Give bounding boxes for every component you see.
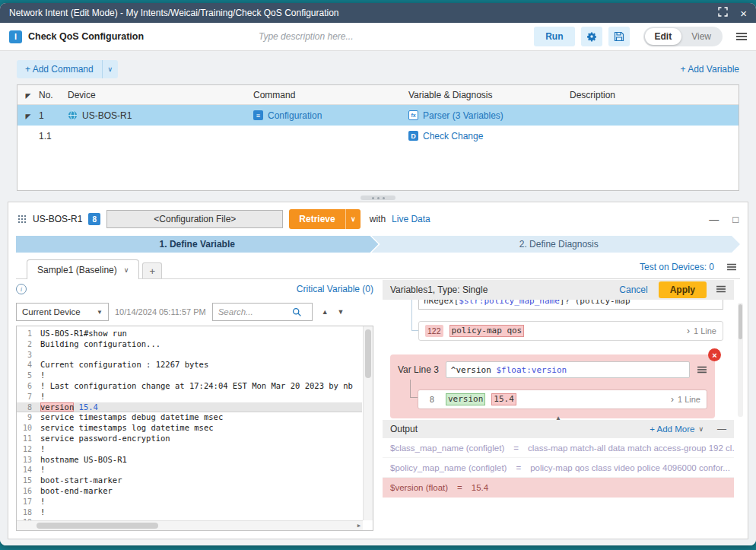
var-line2-pattern-input[interactable]: nRegex[$str:policy_map_name]? (policy-ma…	[418, 300, 723, 310]
collapse-row-icon[interactable]: ◤	[26, 113, 31, 120]
test-on-devices-link[interactable]: Test on Devices: 0	[640, 262, 714, 272]
code-line[interactable]: 6! Last configuration change at 17:24:04…	[17, 381, 362, 392]
line-number: 11	[17, 434, 37, 444]
code-line[interactable]: 12!	[17, 444, 362, 455]
output-variable-name: $policy_map_name (configlet)	[390, 463, 507, 472]
code-line[interactable]: 14!	[17, 465, 362, 475]
configuration-file-box[interactable]: <Configuration File>	[106, 210, 283, 228]
live-data-link[interactable]: Live Data	[392, 214, 430, 224]
add-sample-tab[interactable]: +	[142, 262, 162, 278]
variable-menu-button[interactable]	[716, 285, 726, 295]
code-line[interactable]: 15boot-start-marker	[17, 475, 362, 486]
var-line3-menu-button[interactable]	[697, 363, 707, 377]
code-line[interactable]: 18!	[17, 507, 362, 518]
line-text: !	[37, 465, 45, 475]
retrieve-button[interactable]: Retrieve ∨	[289, 209, 360, 229]
close-icon[interactable]: ×	[740, 8, 747, 19]
header-menu-button[interactable]	[736, 30, 747, 43]
delete-var-line-button[interactable]: ×	[708, 348, 721, 361]
find-previous-button[interactable]: ▲	[322, 308, 329, 316]
code-line[interactable]: 1US-BOS-R1#show run	[17, 329, 362, 339]
description-input[interactable]	[259, 31, 510, 42]
device-name: US-BOS-R1	[82, 110, 132, 121]
save-button[interactable]	[608, 27, 630, 46]
parser-link[interactable]: Parser (3 Variables)	[423, 110, 503, 121]
config-editor[interactable]: 1US-BOS-R1#show run2Building configurati…	[16, 326, 373, 531]
line-number-badge: 122	[425, 325, 443, 337]
expand-lines-control[interactable]: › 1 Line	[671, 395, 700, 404]
pane-scroll-thumb[interactable]	[739, 304, 742, 339]
output-minimize-icon[interactable]: —	[717, 424, 726, 434]
add-command-button[interactable]: + Add Command ∨	[17, 60, 118, 78]
tab-sample1-baseline[interactable]: Sample1 (Baseline) ∨	[27, 259, 139, 279]
splitter-handle[interactable]	[361, 196, 395, 200]
output-row[interactable]: $class_map_name (configlet)=class-map ma…	[383, 438, 734, 458]
cancel-button[interactable]: Cancel	[619, 285, 647, 295]
edit-toggle-option[interactable]: Edit	[645, 28, 682, 45]
code-line[interactable]: 9service timestamps debug datetime msec	[17, 412, 362, 423]
code-line[interactable]: 10service timestamps log datetime msec	[17, 423, 362, 434]
code-line[interactable]: 11service password-encryption	[17, 434, 362, 444]
title-bar[interactable]: Network Intent (Edit Mode) - My Intents/…	[0, 3, 756, 23]
apply-button[interactable]: Apply	[659, 281, 707, 298]
table-row[interactable]: ◤ 1 US-BOS-R1 ≡ Configuration fx Parser …	[17, 105, 739, 126]
table-row[interactable]: 1.1 D Check Change	[17, 126, 739, 146]
add-command-dropdown[interactable]: ∨	[102, 60, 118, 78]
menu-icon	[716, 286, 726, 293]
code-line[interactable]: 3	[17, 350, 362, 361]
check-change-link[interactable]: Check Change	[423, 131, 483, 141]
tabs-menu-button[interactable]	[726, 260, 737, 274]
collapse-all-icon[interactable]: ◤	[26, 92, 31, 100]
output-rows: $class_map_name (configlet)=class-map ma…	[383, 438, 734, 498]
variable-lines-area: nRegex[$str:policy_map_name]? (policy-ma…	[383, 300, 734, 422]
sample-line-122[interactable]: 122 policy-map qos › 1 Line	[418, 321, 723, 341]
code-line[interactable]: 16boot-end-marker	[17, 486, 362, 497]
vertical-scroll-thumb[interactable]	[365, 329, 371, 378]
retrieve-dropdown[interactable]: ∨	[345, 209, 361, 229]
find-next-button[interactable]: ▼	[338, 308, 345, 316]
menu-icon	[736, 33, 747, 40]
add-more-button[interactable]: + Add More ∨	[650, 424, 704, 434]
code-line[interactable]: 5!	[17, 370, 362, 381]
code-line[interactable]: 13hostname US-BOS-R1	[17, 455, 362, 466]
line-text: !	[37, 392, 45, 402]
command-table: ◤ No. Device Command Variable & Diagnosi…	[17, 84, 739, 191]
output-row[interactable]: $version (float)=15.4	[383, 478, 734, 498]
critical-variable-link[interactable]: Critical Variable (0)	[297, 284, 373, 294]
code-line[interactable]: 8version 15.4	[17, 402, 362, 413]
code-line[interactable]: 2Building configuration...	[17, 339, 362, 350]
run-button[interactable]: Run	[534, 27, 574, 46]
scroll-right-arrow-icon[interactable]: ▶	[357, 523, 361, 529]
panel-maximize-icon[interactable]: □	[732, 214, 739, 225]
maximize-icon[interactable]	[718, 6, 728, 20]
search-icon[interactable]	[292, 307, 302, 317]
device-select[interactable]: Current Device ▼	[16, 303, 109, 321]
intent-title: Check QoS Configuration	[28, 31, 144, 42]
sample-line-8[interactable]: 8 version 15.4 › 1 Line	[418, 389, 707, 409]
info-icon[interactable]: i	[16, 284, 27, 294]
step-define-variable[interactable]: 1. Define Variable	[16, 236, 379, 253]
pane-vertical-scrollbar[interactable]	[738, 303, 743, 417]
run-settings-button[interactable]	[581, 27, 602, 46]
code-line[interactable]: 7!	[17, 392, 362, 402]
line-number: 18	[17, 507, 37, 518]
add-variable-link[interactable]: + Add Variable	[680, 64, 739, 75]
editor-horizontal-scrollbar[interactable]: ▶	[17, 520, 363, 530]
output-row[interactable]: $policy_map_name (configlet)=policy-map …	[383, 458, 734, 478]
panel-minimize-icon[interactable]: —	[709, 214, 719, 225]
menu-icon	[697, 367, 707, 374]
equals-sign: =	[513, 443, 519, 453]
search-input[interactable]	[213, 307, 292, 316]
var-line3-pattern-input[interactable]: ^version $float:version	[446, 361, 690, 378]
code-line[interactable]: 17!	[17, 497, 362, 507]
horizontal-scroll-thumb[interactable]	[37, 523, 158, 529]
code-line[interactable]: 4Current configuration : 12267 bytes	[17, 360, 362, 370]
command-link[interactable]: Configuration	[268, 110, 322, 121]
expand-lines-control[interactable]: › 1 Line	[687, 326, 716, 335]
var-line3-block[interactable]: Var Line 3 ^version $float:version 8 ver…	[390, 354, 715, 418]
editor-vertical-scrollbar[interactable]	[363, 326, 373, 520]
output-section: Output + Add More ∨ — $class_map_name (c…	[383, 420, 734, 533]
view-toggle-option[interactable]: View	[681, 28, 721, 45]
line-number: 6	[17, 381, 37, 392]
step-define-diagnosis[interactable]: 2. Define Diagnosis	[372, 236, 741, 253]
